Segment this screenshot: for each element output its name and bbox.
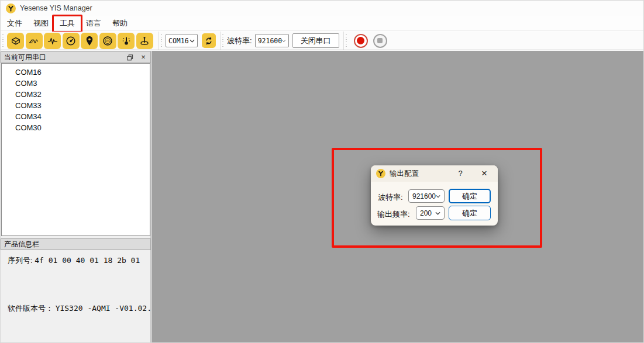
chevron-down-icon xyxy=(282,39,285,43)
dialog-baud-select[interactable]: 921600 xyxy=(408,189,445,203)
dialog-title-bar: 输出配置 ? × xyxy=(371,165,498,182)
close-serial-port-button[interactable]: 关闭串口 xyxy=(292,33,339,48)
dialog-title: 输出配置 xyxy=(390,169,419,179)
dialog-freq-value: 200 xyxy=(420,209,432,217)
dialog-baud-ok-button[interactable]: 确定 xyxy=(449,189,491,203)
gauge-icon[interactable] xyxy=(63,33,80,49)
menu-bar: 文件视图工具语言帮助 xyxy=(1,16,643,31)
yesense-logo-icon xyxy=(376,169,385,178)
chevron-down-icon xyxy=(436,195,440,198)
toolbar: UTC COM16 波特率: 921600 xyxy=(1,32,643,50)
info-panel-title: 产品信息栏 xyxy=(4,240,39,248)
chevron-down-icon xyxy=(190,39,195,43)
toolbar-grip-handle[interactable] xyxy=(346,34,347,47)
port-list-item[interactable]: COM33 xyxy=(2,100,150,111)
dialog-help-button[interactable]: ? xyxy=(454,168,466,179)
dialog-close-button[interactable]: × xyxy=(478,167,491,180)
app-window: Yesense YIS Manager 文件视图工具语言帮助 UTC xyxy=(0,0,644,343)
ports-panel-title: 当前可用串口 xyxy=(4,53,46,61)
serial-number-value: 4f 01 00 40 01 18 2b 01 xyxy=(35,256,140,265)
software-version-label: 软件版本号： xyxy=(8,304,53,313)
dialog-baud-value: 921600 xyxy=(412,192,436,200)
close-panel-icon[interactable]: × xyxy=(139,53,147,61)
toolbar-grip-handle[interactable] xyxy=(222,34,223,47)
port-list-item[interactable]: COM34 xyxy=(2,111,150,122)
info-panel-header: 产品信息栏 xyxy=(1,238,151,250)
record-button[interactable] xyxy=(354,34,368,48)
com-port-select[interactable]: COM16 xyxy=(166,34,198,47)
refresh-arrows-icon[interactable] xyxy=(202,33,216,48)
com-port-value: COM16 xyxy=(168,37,189,45)
software-version-value: YIS320 -AQMI -V01.02.03; xyxy=(56,304,166,313)
serial-number-label: 序列号: xyxy=(8,256,33,265)
title-bar: Yesense YIS Manager xyxy=(1,1,643,16)
baud-rate-label: 波特率: xyxy=(227,36,252,46)
toolbar-group-sensors: UTC xyxy=(1,32,159,50)
chevron-down-icon xyxy=(435,212,440,215)
toolbar-grip-handle[interactable] xyxy=(2,34,4,47)
menu-item[interactable]: 视图 xyxy=(28,16,54,31)
ports-panel-header: 当前可用串口 × xyxy=(1,51,151,63)
port-list-item[interactable]: COM3 xyxy=(2,78,150,89)
menu-item[interactable]: 工具 xyxy=(54,16,80,31)
toolbar-group-port: COM16 xyxy=(159,32,220,50)
svg-text:UTC: UTC xyxy=(105,39,111,42)
port-list-item[interactable]: COM30 xyxy=(2,122,150,133)
available-ports-list: COM16COM3COM32COM33COM34COM30 xyxy=(1,63,150,236)
menu-item[interactable]: 帮助 xyxy=(107,16,133,31)
toolbar-grip-handle[interactable] xyxy=(161,34,162,47)
port-list-item[interactable]: COM32 xyxy=(2,89,150,100)
stop-button[interactable] xyxy=(373,34,387,48)
dialog-freq-label: 输出频率: xyxy=(377,209,410,220)
serial-number-line: 序列号: 4f 01 00 40 01 18 2b 01 xyxy=(8,255,140,266)
menu-item[interactable]: 文件 xyxy=(2,16,27,31)
location-pin-icon[interactable] xyxy=(81,33,98,49)
output-config-dialog: 输出配置 ? × 波特率: 921600 确定 输出频率: 200 确定 xyxy=(371,165,498,226)
port-list-item[interactable]: COM16 xyxy=(2,67,150,78)
cube-3d-icon[interactable] xyxy=(7,33,24,49)
toolbar-group-baud: 波特率: 921600 关闭串口 xyxy=(220,32,343,50)
angle-wave-icon[interactable] xyxy=(26,33,43,49)
gyro-top-icon[interactable] xyxy=(136,33,153,49)
dialog-freq-select[interactable]: 200 xyxy=(416,206,445,220)
thermometer-icon[interactable] xyxy=(118,33,135,49)
toolbar-group-record xyxy=(343,32,391,50)
software-version-line: 软件版本号： YIS320 -AQMI -V01.02.03; xyxy=(8,303,165,314)
yesense-logo-icon xyxy=(6,4,16,13)
dialog-freq-ok-button[interactable]: 确定 xyxy=(449,206,491,220)
float-panel-icon[interactable] xyxy=(126,53,134,61)
dialog-baud-label: 波特率: xyxy=(378,192,403,203)
pulse-wave-icon[interactable] xyxy=(44,33,61,49)
window-title: Yesense YIS Manager xyxy=(20,4,92,12)
menu-item[interactable]: 语言 xyxy=(81,16,106,31)
utc-clock-icon[interactable]: UTC xyxy=(99,33,116,49)
baud-rate-value: 921600 xyxy=(258,37,283,45)
baud-rate-select[interactable]: 921600 xyxy=(255,34,289,47)
left-dock: 当前可用串口 × COM16COM3COM32COM33COM34COM30 产… xyxy=(1,51,151,343)
